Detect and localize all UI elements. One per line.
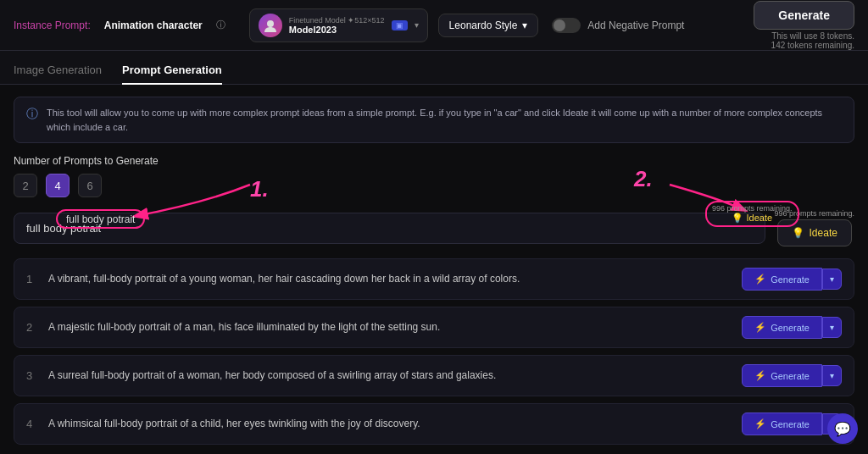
result-dropdown-button-1[interactable]: ▾ [822, 269, 842, 290]
result-row: 3 A surreal full-body portrait of a woma… [14, 355, 854, 396]
prompt-input[interactable] [14, 213, 765, 244]
results-list: 1 A vibrant, full-body portrait of a you… [14, 258, 854, 445]
result-generate-button-4[interactable]: ⚡ Generate [742, 412, 822, 435]
tab-image-generation[interactable]: Image Generation [14, 57, 102, 85]
result-dropdown-button-3[interactable]: ▾ [822, 365, 842, 386]
style-chevron-icon: ▾ [522, 19, 527, 31]
tab-prompt-generation[interactable]: Prompt Generation [122, 57, 222, 85]
result-num: 3 [26, 369, 38, 382]
result-num: 1 [26, 273, 38, 285]
ideate-btn-container: 996 prompts remaining. 💡 Ideate [774, 209, 854, 246]
result-num: 4 [26, 418, 38, 430]
num-opt-6[interactable]: 6 [78, 174, 102, 197]
generate-button[interactable]: Generate [754, 1, 854, 30]
info-box-text: This tool will allow you to come up with… [47, 106, 842, 134]
negative-prompt-toggle[interactable] [552, 18, 581, 33]
model-chevron-icon: ▾ [415, 20, 419, 30]
generate-lightning-icon: ⚡ [754, 370, 766, 381]
negative-prompt-label: Add Negative Prompt [587, 19, 684, 31]
info-box-icon: ⓘ [26, 107, 38, 122]
model-badge: ▣ [392, 20, 408, 30]
instance-prompt-value: Animation character [104, 19, 203, 31]
result-generate-button-1[interactable]: ⚡ Generate [742, 268, 822, 291]
chat-bubble[interactable]: 💬 [827, 413, 858, 444]
result-text: A surreal full-body portrait of a woman,… [48, 368, 732, 383]
toggle-knob [554, 19, 565, 31]
model-selector[interactable]: Finetuned Model ✦512×512 Model2023 ▣ ▾ [249, 8, 428, 42]
result-actions: ⚡ Generate ▾ [742, 412, 842, 435]
result-text: A vibrant, full-body portrait of a young… [48, 272, 732, 286]
result-dropdown-button-2[interactable]: ▾ [822, 317, 842, 338]
main-content: ⓘ This tool will allow you to come up wi… [0, 85, 868, 454]
result-row: 1 A vibrant, full-body portrait of a you… [14, 258, 854, 300]
num-opt-4[interactable]: 4 [46, 174, 70, 197]
style-selector[interactable]: Leonardo Style ▾ [438, 14, 539, 37]
result-generate-button-3[interactable]: ⚡ Generate [742, 364, 822, 387]
generate-lightning-icon: ⚡ [754, 274, 766, 285]
result-actions: ⚡ Generate ▾ [742, 268, 842, 291]
tabs-bar: Image Generation Prompt Generation [0, 51, 868, 85]
model-avatar [259, 14, 282, 37]
model-sub-label: Finetuned Model ✦512×512 [289, 16, 385, 25]
tokens-info: This will use 8 tokens. 142 tokens remai… [771, 31, 854, 50]
model-name: Model2023 [289, 25, 385, 35]
svg-point-0 [267, 20, 274, 27]
generate-lightning-icon: ⚡ [754, 418, 766, 429]
generate-area: Generate This will use 8 tokens. 142 tok… [754, 1, 854, 50]
num-prompts-options: 2 4 6 [14, 174, 854, 197]
result-generate-button-2[interactable]: ⚡ Generate [742, 316, 822, 339]
top-bar: Instance Prompt: Animation character ⓘ F… [0, 0, 868, 51]
ideate-icon: 💡 [792, 227, 804, 239]
result-actions: ⚡ Generate ▾ [742, 364, 842, 387]
num-prompts-label: Number of Prompts to Generate [14, 155, 854, 167]
ideate-button[interactable]: 💡 Ideate [777, 219, 852, 246]
result-text: A majestic full-body portrait of a man, … [48, 320, 732, 335]
model-info: Finetuned Model ✦512×512 Model2023 [289, 16, 385, 35]
chat-icon: 💬 [834, 421, 851, 437]
prompts-remaining: 996 prompts remaining. [774, 209, 854, 218]
result-num: 2 [26, 321, 38, 334]
negative-prompt-area: Add Negative Prompt [552, 18, 684, 33]
style-label: Leonardo Style [449, 19, 518, 31]
generate-lightning-icon: ⚡ [754, 322, 766, 333]
result-text: A whimsical full-body portrait of a chil… [48, 417, 732, 431]
result-actions: ⚡ Generate ▾ [742, 316, 842, 339]
num-opt-2[interactable]: 2 [14, 174, 37, 197]
instance-prompt-label: Instance Prompt: [14, 19, 91, 31]
result-row: 2 A majestic full-body portrait of a man… [14, 307, 854, 348]
prompt-input-row: 996 prompts remaining. 💡 Ideate [14, 209, 854, 246]
info-box: ⓘ This tool will allow you to come up wi… [14, 97, 854, 143]
info-icon[interactable]: ⓘ [216, 19, 225, 31]
result-row: 4 A whimsical full-body portrait of a ch… [14, 403, 854, 445]
